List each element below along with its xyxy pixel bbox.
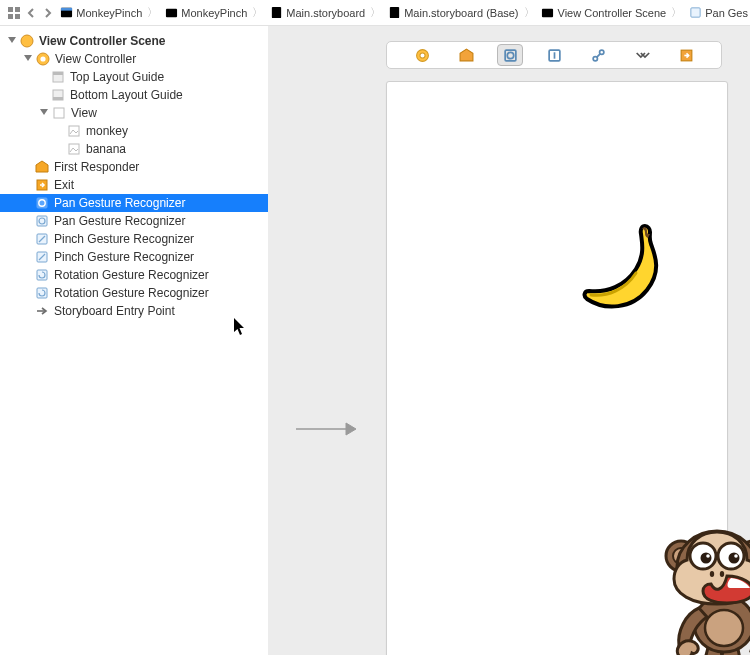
svg-line-47 <box>596 53 599 56</box>
svg-point-42 <box>507 52 513 58</box>
row-label: Top Layout Guide <box>70 68 164 86</box>
nav-forward-icon[interactable] <box>40 4 55 22</box>
svg-point-65 <box>734 554 738 558</box>
chevron-right-icon: 〉 <box>147 5 158 20</box>
file-icon <box>269 6 283 20</box>
svg-point-39 <box>419 52 424 57</box>
disclosure-triangle-icon[interactable] <box>6 35 18 47</box>
related-items-icon[interactable] <box>6 4 21 22</box>
svg-rect-0 <box>8 7 13 12</box>
svg-point-15 <box>40 56 45 61</box>
svg-rect-19 <box>53 97 63 100</box>
entry-arrow-icon <box>296 421 356 437</box>
breadcrumb-project[interactable]: MonkeyPinch 〉 <box>57 5 162 20</box>
toolbar-more-icon[interactable] <box>629 44 655 66</box>
toolbar-segue-icon[interactable] <box>585 44 611 66</box>
breadcrumb-bar: MonkeyPinch 〉 MonkeyPinch 〉 Main.storybo… <box>0 0 750 26</box>
svg-point-54 <box>705 610 743 646</box>
svg-rect-7 <box>272 7 281 18</box>
monkey-image[interactable] <box>657 512 750 655</box>
breadcrumb-folder[interactable]: MonkeyPinch 〉 <box>162 5 267 20</box>
breadcrumb-scene[interactable]: View Controller Scene 〉 <box>539 5 687 20</box>
exit-row[interactable]: Exit <box>0 176 268 194</box>
cursor-icon <box>234 318 246 336</box>
svg-point-63 <box>729 553 740 564</box>
breadcrumb-storyboard[interactable]: Main.storyboard 〉 <box>267 5 385 20</box>
svg-marker-50 <box>346 423 356 435</box>
image-view-monkey-row[interactable]: monkey <box>0 122 268 140</box>
scene-icon <box>19 33 35 49</box>
storyboard-canvas[interactable] <box>268 26 750 655</box>
project-icon <box>59 6 73 20</box>
view-controller-row[interactable]: View Controller <box>0 50 268 68</box>
row-label: Pan Gesture Recognizer <box>54 212 185 230</box>
svg-point-66 <box>710 571 714 577</box>
row-label: Rotation Gesture Recognizer <box>54 266 209 284</box>
scene-row[interactable]: View Controller Scene <box>0 32 268 50</box>
row-label: Storyboard Entry Point <box>54 302 175 320</box>
toolbar-responder-icon[interactable] <box>453 44 479 66</box>
row-label: Rotation Gesture Recognizer <box>54 284 209 302</box>
banana-image[interactable] <box>572 217 672 317</box>
recognizer-icon <box>688 6 702 20</box>
nav-back-icon[interactable] <box>23 4 38 22</box>
scene-label: View Controller Scene <box>39 32 166 50</box>
svg-rect-17 <box>53 72 63 75</box>
imageview-icon <box>66 141 82 157</box>
folder-icon <box>164 6 178 20</box>
svg-rect-5 <box>61 8 72 11</box>
disclosure-triangle-icon[interactable] <box>22 53 34 65</box>
device-view[interactable] <box>386 81 728 655</box>
toolbar-view-controller-icon[interactable] <box>409 44 435 66</box>
pan-recognizer-row[interactable]: Pan Gesture Recognizer <box>0 212 268 230</box>
layout-guide-icon <box>50 87 66 103</box>
breadcrumb-label: MonkeyPinch <box>181 7 247 19</box>
svg-point-12 <box>21 35 33 47</box>
toolbar-exit-icon[interactable] <box>673 44 699 66</box>
svg-point-64 <box>706 554 710 558</box>
svg-marker-24 <box>36 161 48 172</box>
first-responder-row[interactable]: First Responder <box>0 158 268 176</box>
breadcrumb-recognizer[interactable]: Pan Ges <box>686 6 750 20</box>
view-icon <box>51 105 67 121</box>
svg-rect-9 <box>542 9 553 17</box>
rotation-recognizer-icon <box>34 285 50 301</box>
top-guide-row[interactable]: Top Layout Guide <box>0 68 268 86</box>
svg-rect-3 <box>15 14 20 19</box>
pan-recognizer-row[interactable]: Pan Gesture Recognizer <box>0 194 268 212</box>
breadcrumb-label: Main.storyboard <box>286 7 365 19</box>
breadcrumb-storyboard-base[interactable]: Main.storyboard (Base) 〉 <box>385 5 538 20</box>
row-label: banana <box>86 140 126 158</box>
scene-toolbar <box>386 41 722 69</box>
pinch-recognizer-row[interactable]: Pinch Gesture Recognizer <box>0 248 268 266</box>
row-label: Bottom Layout Guide <box>70 86 183 104</box>
document-outline[interactable]: View Controller Scene View Controller To… <box>0 26 268 655</box>
chevron-right-icon: 〉 <box>524 5 535 20</box>
toolbar-pan-recognizer-icon[interactable] <box>497 44 523 66</box>
layout-guide-icon <box>50 69 66 85</box>
row-label: Pinch Gesture Recognizer <box>54 230 194 248</box>
svg-point-46 <box>599 50 603 54</box>
pinch-recognizer-icon <box>34 249 50 265</box>
pan-recognizer-icon <box>34 213 50 229</box>
rotation-recognizer-row[interactable]: Rotation Gesture Recognizer <box>0 284 268 302</box>
first-responder-icon <box>34 159 50 175</box>
chevron-right-icon: 〉 <box>370 5 381 20</box>
bottom-guide-row[interactable]: Bottom Layout Guide <box>0 86 268 104</box>
svg-rect-10 <box>691 8 700 17</box>
pinch-recognizer-row[interactable]: Pinch Gesture Recognizer <box>0 230 268 248</box>
exit-icon <box>34 177 50 193</box>
image-view-banana-row[interactable]: banana <box>0 140 268 158</box>
breadcrumb-label: Pan Ges <box>705 7 748 19</box>
pan-recognizer-icon <box>34 195 50 211</box>
entry-point-row[interactable]: Storyboard Entry Point <box>0 302 268 320</box>
view-row[interactable]: View <box>0 104 268 122</box>
chevron-right-icon: 〉 <box>671 5 682 20</box>
disclosure-triangle-icon[interactable] <box>38 107 50 119</box>
breadcrumb-label: View Controller Scene <box>558 7 667 19</box>
toolbar-tap-recognizer-icon[interactable] <box>541 44 567 66</box>
rotation-recognizer-row[interactable]: Rotation Gesture Recognizer <box>0 266 268 284</box>
svg-point-45 <box>593 56 597 60</box>
svg-rect-21 <box>54 108 64 118</box>
row-label: Pinch Gesture Recognizer <box>54 248 194 266</box>
